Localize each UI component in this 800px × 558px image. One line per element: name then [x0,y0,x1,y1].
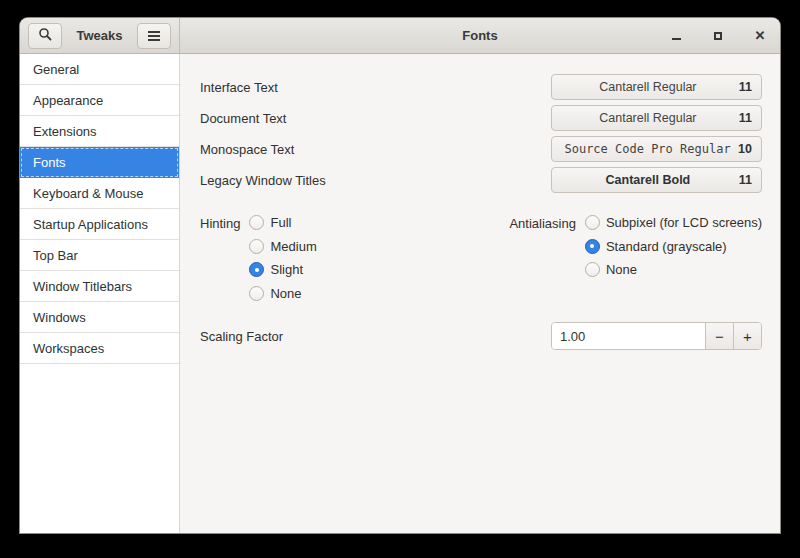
font-name: Cantarell Bold [561,173,735,187]
menu-button[interactable] [137,23,171,49]
antialiasing-group: Antialiasing Subpixel (for LCD screens) … [509,211,762,305]
search-button[interactable] [28,23,62,49]
close-icon: ✕ [755,29,766,42]
monospace-text-font-button[interactable]: Source Code Pro Regular 10 [551,136,762,162]
antialiasing-label: Antialiasing [509,211,576,235]
hinting-option-medium[interactable]: Medium [249,235,316,259]
scaling-factor-input[interactable] [552,323,705,349]
maximize-icon [714,32,722,40]
sidebar-header: Tweaks [20,18,180,53]
sidebar-item-appearance[interactable]: Appearance [20,85,179,116]
document-text-label: Document Text [200,111,286,126]
radio-icon [585,262,600,277]
legacy-window-titles-font-button[interactable]: Cantarell Bold 11 [551,167,762,193]
page-title: Fonts [462,28,497,43]
interface-text-row: Interface Text Cantarell Regular 11 [200,74,762,100]
minimize-icon [672,38,681,40]
minimize-button[interactable] [666,26,686,46]
sidebar-item-fonts[interactable]: Fonts [20,147,179,178]
font-name: Cantarell Regular [561,80,735,94]
sidebar-item-workspaces[interactable]: Workspaces [20,333,179,364]
document-text-row: Document Text Cantarell Regular 11 [200,105,762,131]
hamburger-menu-icon [148,31,160,41]
monospace-text-label: Monospace Text [200,142,294,157]
hinting-option-full[interactable]: Full [249,211,316,235]
radio-icon [249,215,264,230]
font-name: Source Code Pro Regular [561,142,734,156]
radio-label: Subpixel (for LCD screens) [606,215,762,230]
window-controls: ✕ [666,18,770,53]
window-body: General Appearance Extensions Fonts Keyb… [20,54,780,533]
sidebar-item-general[interactable]: General [20,54,179,85]
decrease-button[interactable]: − [705,323,733,349]
close-button[interactable]: ✕ [750,26,770,46]
hinting-option-none[interactable]: None [249,282,316,306]
sidebar-item-windows[interactable]: Windows [20,302,179,333]
interface-text-label: Interface Text [200,80,278,95]
radio-checked-icon [585,239,600,254]
antialiasing-option-subpixel[interactable]: Subpixel (for LCD screens) [585,211,762,235]
radio-icon [249,239,264,254]
radio-checked-icon [249,262,264,277]
radio-icon [585,215,600,230]
hinting-label: Hinting [200,211,240,235]
maximize-button[interactable] [708,26,728,46]
rendering-options: Hinting Full Medium Slight [200,211,762,305]
titlebar: Tweaks Fonts ✕ [20,18,780,54]
scaling-factor-spinbox: − + [551,322,762,350]
legacy-window-titles-label: Legacy Window Titles [200,173,326,188]
sidebar-item-keyboard-mouse[interactable]: Keyboard & Mouse [20,178,179,209]
sidebar-item-top-bar[interactable]: Top Bar [20,240,179,271]
radio-label: Standard (grayscale) [606,239,727,254]
hinting-options: Full Medium Slight None [249,211,316,305]
hinting-option-slight[interactable]: Slight [249,258,316,282]
radio-label: None [606,262,637,277]
sidebar-item-extensions[interactable]: Extensions [20,116,179,147]
font-size: 11 [739,173,752,187]
antialiasing-options: Subpixel (for LCD screens) Standard (gra… [585,211,762,305]
sidebar: General Appearance Extensions Fonts Keyb… [20,54,180,533]
antialiasing-option-none[interactable]: None [585,258,762,282]
app-title: Tweaks [76,28,122,43]
sidebar-item-startup-applications[interactable]: Startup Applications [20,209,179,240]
antialiasing-option-standard[interactable]: Standard (grayscale) [585,235,762,259]
fonts-page: Interface Text Cantarell Regular 11 Docu… [180,54,780,533]
font-size: 10 [738,142,752,156]
search-icon [38,27,52,45]
scaling-factor-label: Scaling Factor [200,329,283,344]
radio-icon [249,286,264,301]
radio-label: Medium [270,239,316,254]
monospace-text-row: Monospace Text Source Code Pro Regular 1… [200,136,762,162]
sidebar-item-window-titlebars[interactable]: Window Titlebars [20,271,179,302]
hinting-group: Hinting Full Medium Slight [200,211,317,305]
legacy-window-titles-row: Legacy Window Titles Cantarell Bold 11 [200,167,762,193]
font-name: Cantarell Regular [561,111,735,125]
increase-button[interactable]: + [733,323,761,349]
scaling-factor-row: Scaling Factor − + [200,322,762,350]
document-text-font-button[interactable]: Cantarell Regular 11 [551,105,762,131]
radio-label: None [270,286,301,301]
main-header: Fonts ✕ [180,18,780,53]
font-size: 11 [739,80,752,94]
radio-label: Full [270,215,291,230]
interface-text-font-button[interactable]: Cantarell Regular 11 [551,74,762,100]
radio-label: Slight [270,262,303,277]
tweaks-window: Tweaks Fonts ✕ General Appearance Extens… [20,18,780,533]
font-size: 11 [739,111,752,125]
